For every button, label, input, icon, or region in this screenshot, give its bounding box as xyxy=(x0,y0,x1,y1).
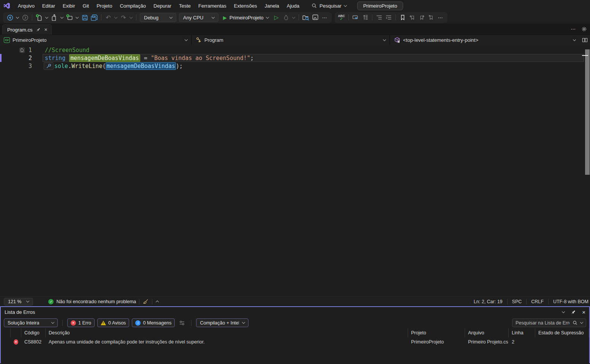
toolbar-overflow-button[interactable]: ⋯ xyxy=(320,13,329,22)
breadcrumb-type-dropdown[interactable]: Program xyxy=(192,35,390,45)
open-file-dropdown[interactable] xyxy=(59,13,65,22)
line-ending-mode[interactable]: CRLF xyxy=(527,299,548,304)
scrollbar-caret-marker xyxy=(582,55,588,56)
collapse-indicator-button[interactable] xyxy=(152,299,162,304)
column-descricao[interactable]: Descrição xyxy=(46,328,408,337)
save-all-button[interactable] xyxy=(90,13,99,22)
pin-icon[interactable] xyxy=(571,310,576,315)
unindent-icon[interactable] xyxy=(375,13,384,22)
column-projeto[interactable]: Projeto xyxy=(408,328,465,337)
editor-options-gear-icon[interactable] xyxy=(581,26,587,32)
menu-editar[interactable]: Editar xyxy=(38,1,59,11)
zoom-level-dropdown[interactable]: 121 % xyxy=(4,298,33,305)
hot-reload-dropdown[interactable] xyxy=(291,13,296,22)
method-private-icon xyxy=(394,37,400,43)
column-codigo[interactable]: Código xyxy=(21,328,46,337)
next-bookmark-icon[interactable] xyxy=(417,13,426,22)
new-file-icon[interactable] xyxy=(35,13,44,22)
split-window-icon[interactable] xyxy=(579,35,590,45)
menu-compilacao[interactable]: Compilação xyxy=(116,1,150,11)
source-filter-dropdown[interactable]: Compilação + IntelliSe xyxy=(196,318,248,327)
find-in-files-icon[interactable] xyxy=(301,13,310,22)
solution-configuration-dropdown[interactable]: Debug xyxy=(140,13,176,22)
menu-depurar[interactable]: Depurar xyxy=(150,1,175,11)
warnings-filter-button[interactable]: 0 Avisos xyxy=(97,318,129,327)
menu-janela[interactable]: Janela xyxy=(261,1,283,11)
separator xyxy=(395,14,396,21)
spell-check-button[interactable]: ABC✓ xyxy=(337,13,346,22)
scope-filter-dropdown[interactable]: Solução Inteira xyxy=(4,318,58,327)
code-editor[interactable]: { 1 //ScreenSound 2 string mensagemDeBoa… xyxy=(0,45,590,296)
filter-icon[interactable] xyxy=(177,320,187,326)
encoding-mode[interactable]: UTF-8 with BOM xyxy=(549,299,590,304)
tab-program-cs[interactable]: Program.cs × xyxy=(2,24,52,35)
error-row-cs8802[interactable]: ✕ CS8802 Apenas uma unidade de compilaçã… xyxy=(1,337,589,346)
messages-filter-button[interactable]: i 0 Mensagens xyxy=(132,318,175,327)
navigate-back-button[interactable] xyxy=(5,13,14,22)
solution-platform-dropdown[interactable]: Any CPU xyxy=(179,13,218,22)
indent-icon[interactable] xyxy=(384,13,393,22)
menu-exibir[interactable]: Exibir xyxy=(59,1,79,11)
navigate-forward-button[interactable] xyxy=(21,13,30,22)
start-without-debugging-button[interactable]: ▷ xyxy=(272,13,281,22)
menu-extensoes[interactable]: Extensões xyxy=(230,1,261,11)
redo-button[interactable]: ↷ xyxy=(119,13,128,22)
caret-position[interactable]: Ln: 2, Car: 19 xyxy=(469,299,507,304)
start-debugging-button[interactable]: ▶ PrimeiroProjeto xyxy=(220,15,272,21)
menu-git[interactable]: Git xyxy=(79,1,93,11)
chevron-down-icon xyxy=(344,3,347,6)
chevron-down-icon xyxy=(169,15,172,18)
menu-arquivo[interactable]: Arquivo xyxy=(14,1,38,11)
quick-actions-screwdriver-icon[interactable] xyxy=(44,62,54,70)
indentation-mode[interactable]: SPC xyxy=(508,299,527,304)
pin-icon[interactable] xyxy=(36,27,41,32)
open-file-icon[interactable] xyxy=(50,13,59,22)
method-reference: WriteLine xyxy=(71,63,102,70)
breadcrumb-member-dropdown[interactable]: <top-level-statements-entry-point> xyxy=(390,35,579,45)
table-header-row: Código Descrição Projeto Arquivo Linha E… xyxy=(1,328,589,337)
toolbar-overflow-button[interactable]: ⋯ xyxy=(436,13,445,22)
search-input[interactable] xyxy=(516,320,569,326)
hot-reload-icon[interactable] xyxy=(282,13,291,22)
bookmark-icon[interactable] xyxy=(398,13,407,22)
tab-overflow-button[interactable]: ⋯ xyxy=(571,26,576,32)
menu-ajuda[interactable]: Ajuda xyxy=(283,1,303,11)
close-icon[interactable]: × xyxy=(582,309,585,315)
menu-teste[interactable]: Teste xyxy=(175,1,195,11)
close-icon[interactable]: × xyxy=(44,27,47,33)
code-cleanup-broom-icon[interactable] xyxy=(139,299,152,304)
menu-ferramentas[interactable]: Ferramentas xyxy=(195,1,230,11)
scrollbar-thumb[interactable] xyxy=(585,49,590,175)
undo-button[interactable]: ↶ xyxy=(104,13,113,22)
add-item-icon[interactable] xyxy=(65,13,74,22)
chevron-down-icon xyxy=(212,15,215,18)
open-paren: ( xyxy=(102,63,106,70)
separator xyxy=(101,14,101,21)
previous-bookmark-icon[interactable] xyxy=(408,13,417,22)
document-health-indicator[interactable]: ✓ Não foi encontrado nenhum problema xyxy=(48,299,136,304)
inline-note-icon[interactable] xyxy=(351,13,360,22)
errors-filter-button[interactable]: ✕ 1 Erro xyxy=(67,318,95,327)
solution-home-icon[interactable] xyxy=(311,13,320,22)
save-button[interactable] xyxy=(80,13,89,22)
vertical-scrollbar[interactable] xyxy=(585,45,590,296)
column-blank xyxy=(1,328,11,337)
column-arquivo[interactable]: Arquivo xyxy=(465,328,509,337)
clear-bookmarks-icon[interactable] xyxy=(427,13,436,22)
panel-window-controls: × xyxy=(562,309,585,315)
copy-document-icon[interactable] xyxy=(361,13,370,22)
redo-dropdown[interactable] xyxy=(128,13,134,22)
chevron-down-icon[interactable] xyxy=(562,310,565,313)
undo-dropdown[interactable] xyxy=(113,13,119,22)
line-gutter: 3 xyxy=(0,63,32,70)
separator xyxy=(348,14,349,21)
add-item-dropdown[interactable] xyxy=(74,13,80,22)
new-file-dropdown[interactable] xyxy=(44,13,49,22)
error-list-search[interactable] xyxy=(512,318,586,327)
navigate-back-dropdown[interactable] xyxy=(15,13,20,22)
menu-projeto[interactable]: Projeto xyxy=(93,1,116,11)
search-control[interactable]: Pesquisar xyxy=(312,3,346,9)
column-estado-supressao[interactable]: Estado de Supressão xyxy=(535,328,589,337)
string-literal: "Boas vindas ao ScreenSound!" xyxy=(151,55,250,62)
column-linha[interactable]: Linha xyxy=(509,328,535,337)
